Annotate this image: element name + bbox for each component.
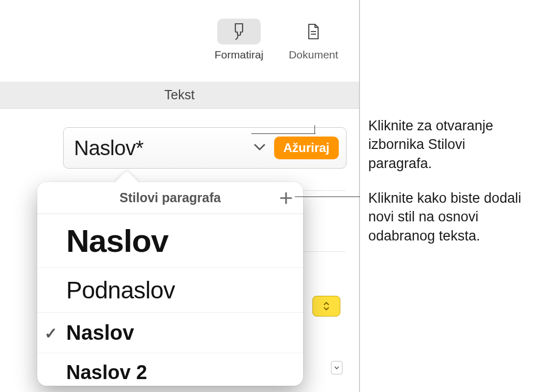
chevron-down-icon [253, 143, 266, 153]
mini-dropdown[interactable] [331, 361, 342, 374]
popover-title: Stilovi paragrafa [119, 190, 221, 205]
style-item-title[interactable]: Naslov [37, 214, 303, 268]
style-item-label: Naslov [66, 223, 168, 259]
toolbar: Formatiraj Dokument [0, 0, 359, 82]
popover-header: Stilovi paragrafa [37, 182, 303, 214]
style-item-subtitle[interactable]: Podnaslov [37, 268, 303, 313]
text-tab[interactable]: Tekst [0, 82, 359, 109]
style-list: Naslov Podnaslov ✓ Naslov Naslov 2 [37, 214, 303, 386]
style-item-heading2[interactable]: Naslov 2 [37, 353, 303, 386]
document-icon [292, 19, 335, 44]
text-tab-label: Tekst [164, 87, 194, 102]
style-item-label: Podnaslov [66, 277, 175, 304]
callout-plus: Kliknite kako biste dodali novi stil na … [368, 189, 534, 245]
update-style-button[interactable]: Ažuriraj [274, 137, 339, 159]
callout-line [251, 133, 316, 134]
style-item-label: Naslov 2 [66, 361, 147, 383]
plus-icon [279, 191, 293, 205]
brush-icon [217, 19, 261, 44]
callout-chevron: Kliknite za otvaranje izbornika Stilovi … [368, 116, 529, 173]
format-sidebar: Formatiraj Dokument Tekst Naslov* Ažurir… [0, 0, 360, 392]
check-icon: ✓ [44, 324, 57, 342]
callout-line [314, 125, 315, 133]
callout-line [295, 197, 360, 197]
current-style-name: Naslov* [74, 137, 245, 160]
document-tool-label: Dokument [289, 49, 338, 61]
format-tool-button[interactable]: Formatiraj [208, 19, 270, 61]
add-style-button[interactable] [276, 188, 296, 208]
document-tool-button[interactable]: Dokument [282, 19, 344, 61]
paragraph-styles-popover: Stilovi paragrafa Naslov Podnaslov ✓ Nas… [37, 182, 303, 386]
style-item-heading[interactable]: ✓ Naslov [37, 313, 303, 353]
style-item-label: Naslov [66, 321, 134, 344]
format-tool-label: Formatiraj [215, 49, 264, 61]
color-dropdown[interactable] [312, 296, 340, 316]
